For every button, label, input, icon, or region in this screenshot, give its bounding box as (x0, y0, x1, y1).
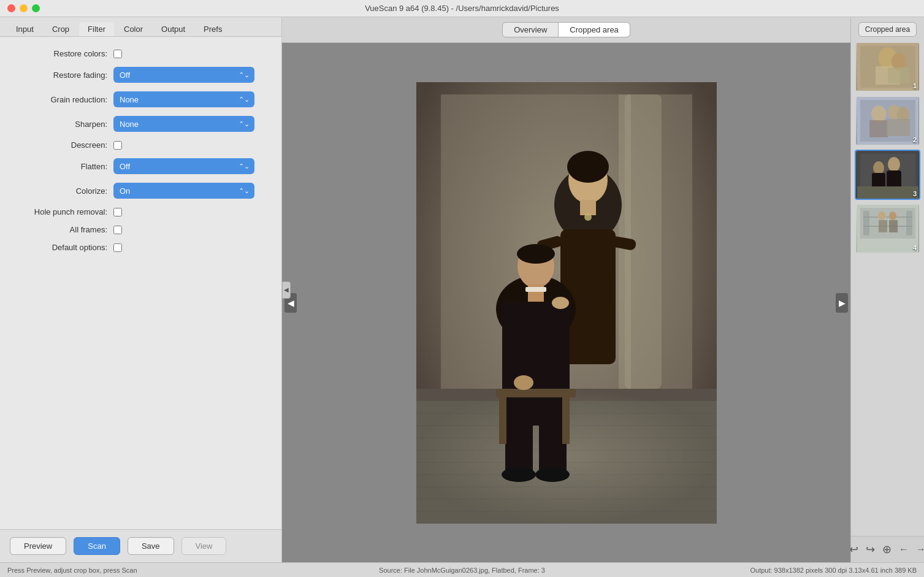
tab-overview[interactable]: Overview (502, 22, 559, 37)
center-panel: Overview Cropped area ◀ (282, 17, 850, 562)
right-panel: Cropped area 1 (850, 17, 924, 562)
svg-rect-57 (857, 186, 918, 199)
hole-punch-removal-label: Hole punch removal: (12, 207, 113, 216)
thumbnail-4-number: 4 (913, 244, 917, 251)
sharpen-select-wrap: None Low Medium High ⌃⌄ (113, 116, 254, 132)
colorize-select[interactable]: Off On (113, 183, 254, 199)
default-options-checkbox[interactable] (113, 243, 122, 252)
svg-point-36 (514, 375, 533, 390)
restore-colors-row: Restore colors: (12, 49, 269, 58)
titlebar: VueScan 9 a64 (9.8.45) - /Users/hamrickd… (0, 0, 924, 17)
minimize-button[interactable] (20, 4, 28, 12)
view-button[interactable]: View (181, 537, 227, 555)
descreen-label: Descreen: (12, 140, 113, 150)
main-photo (416, 82, 717, 524)
flatten-row: Flatten: Off On ⌃⌄ (12, 158, 269, 174)
svg-point-42 (892, 53, 906, 70)
svg-rect-67 (889, 220, 898, 232)
svg-point-22 (584, 213, 592, 221)
grain-reduction-row: Grain reduction: None Low Medium High ⌃⌄ (12, 91, 269, 107)
svg-point-31 (502, 467, 536, 482)
all-frames-row: All frames: (12, 225, 269, 234)
left-wrapper: Input Crop Filter Color Output Prefs Res… (0, 17, 282, 562)
thumbnail-4[interactable]: 4 (855, 204, 920, 254)
preview-button[interactable]: Preview (10, 537, 66, 555)
left-panel: Input Crop Filter Color Output Prefs Res… (0, 17, 282, 562)
zoom-plus-button[interactable]: ⊕ (880, 541, 894, 557)
svg-rect-50 (887, 119, 910, 136)
default-options-row: Default options: (12, 243, 269, 252)
status-hint: Press Preview, adjust crop box, press Sc… (7, 567, 302, 574)
descreen-row: Descreen: (12, 140, 269, 150)
svg-point-46 (871, 105, 886, 123)
svg-rect-35 (562, 395, 570, 444)
flatten-select[interactable]: Off On (113, 158, 254, 174)
thumbnail-1-number: 1 (913, 82, 917, 90)
center-right-wrapper: Overview Cropped area ◀ (282, 17, 924, 562)
all-frames-control (113, 226, 122, 234)
sharpen-row: Sharpen: None Low Medium High ⌃⌄ (12, 116, 269, 132)
svg-point-53 (888, 157, 900, 172)
maximize-button[interactable] (32, 4, 40, 12)
svg-rect-28 (525, 287, 546, 292)
window-controls (7, 4, 40, 12)
restore-fading-select[interactable]: Off On (113, 67, 254, 83)
colorize-control: Off On ⌃⌄ (113, 183, 254, 199)
svg-rect-43 (888, 67, 910, 83)
cropped-area-button[interactable]: Cropped area (858, 22, 917, 37)
tab-input[interactable]: Input (7, 22, 42, 36)
restore-fading-select-wrap: Off On ⌃⌄ (113, 67, 254, 83)
tab-filter[interactable]: Filter (79, 22, 114, 36)
grain-reduction-select[interactable]: None Low Medium High (113, 91, 254, 107)
restore-fading-label: Restore fading: (12, 71, 113, 80)
hole-punch-removal-row: Hole punch removal: (12, 207, 269, 216)
colorize-select-wrap: Off On ⌃⌄ (113, 183, 254, 199)
zoom-in-button[interactable]: ↪ (863, 541, 877, 557)
all-frames-label: All frames: (12, 225, 113, 234)
tab-color[interactable]: Color (115, 22, 151, 36)
scan-button[interactable]: Scan (74, 537, 120, 555)
descreen-checkbox[interactable] (113, 141, 122, 150)
svg-rect-62 (863, 211, 869, 235)
collapse-panel-button[interactable]: ◀ (282, 281, 291, 299)
colorize-row: Colorize: Off On ⌃⌄ (12, 183, 269, 199)
restore-colors-checkbox[interactable] (113, 50, 122, 58)
thumbnail-3[interactable]: 3 (855, 150, 920, 200)
default-options-control (113, 243, 122, 252)
colorize-label: Colorize: (12, 186, 113, 196)
sharpen-label: Sharpen: (12, 120, 113, 129)
default-options-label: Default options: (12, 243, 113, 252)
hole-punch-removal-checkbox[interactable] (113, 208, 122, 216)
svg-point-55 (873, 161, 884, 175)
nav-next-button[interactable]: ▶ (836, 293, 848, 313)
thumb-1-image (857, 43, 918, 91)
restore-fading-row: Restore fading: Off On ⌃⌄ (12, 67, 269, 83)
bottom-bar: Preview Scan Save View (0, 529, 281, 562)
image-area: ◀ (282, 43, 850, 562)
tab-bar: Input Crop Filter Color Output Prefs (0, 17, 281, 37)
thumbnail-3-number: 3 (913, 190, 917, 197)
thumbnail-2[interactable]: 2 (855, 96, 920, 146)
svg-point-37 (552, 297, 569, 309)
thumbnails-list: 1 2 (851, 39, 924, 536)
restore-colors-control (113, 50, 122, 58)
sharpen-select[interactable]: None Low Medium High (113, 116, 254, 132)
descreen-control (113, 141, 122, 150)
pan-right-button[interactable]: → (914, 543, 924, 556)
tab-cropped-area[interactable]: Cropped area (559, 22, 630, 37)
status-source: Source: File JohnMcGuigan0263.jpg, Flatb… (315, 567, 609, 574)
save-button[interactable]: Save (128, 537, 174, 555)
restore-colors-label: Restore colors: (12, 49, 113, 58)
svg-point-64 (878, 212, 885, 220)
svg-rect-34 (499, 395, 506, 444)
svg-point-26 (517, 244, 555, 264)
tab-crop[interactable]: Crop (44, 22, 78, 36)
thumbnail-1[interactable]: 1 (855, 42, 920, 92)
close-button[interactable] (7, 4, 15, 12)
all-frames-checkbox[interactable] (113, 226, 122, 234)
right-panel-header: Cropped area (851, 17, 924, 39)
pan-left-button[interactable]: ← (896, 543, 911, 556)
tab-output[interactable]: Output (153, 22, 194, 36)
svg-point-32 (535, 467, 570, 482)
tab-prefs[interactable]: Prefs (195, 22, 231, 36)
